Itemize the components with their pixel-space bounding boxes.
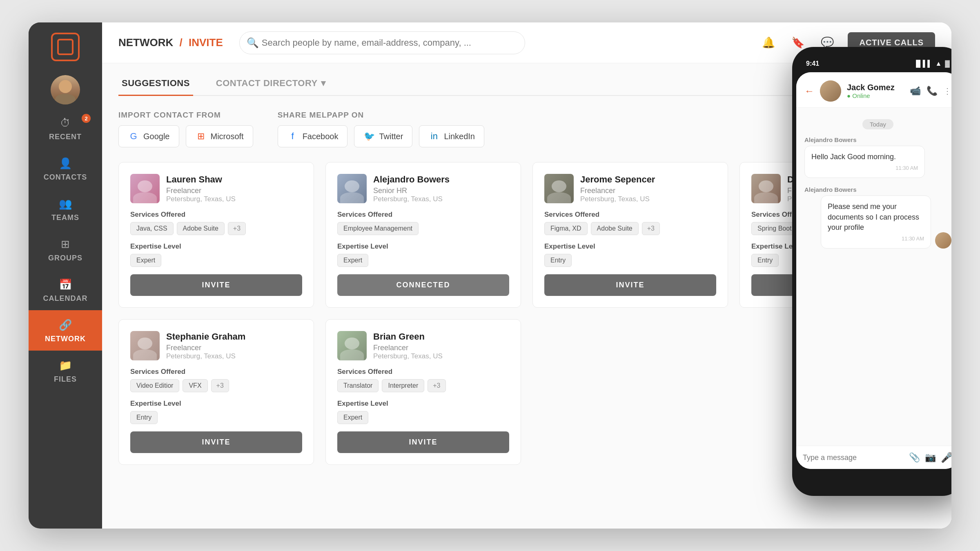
facebook-icon: f xyxy=(287,131,298,142)
avatar-head xyxy=(759,180,773,192)
person-name: Brian Green xyxy=(373,331,509,342)
person-role: Freelancer xyxy=(166,187,302,195)
person-card-lauren-shaw: Lauren Shaw Freelancer Petersburg, Texas… xyxy=(118,162,314,308)
import-google-button[interactable]: G Google xyxy=(118,125,179,147)
phone-overlay: 9:41 ▐▌▌▌ ▲ ▓ ← Jack Gomez ● Online xyxy=(792,47,951,496)
avatar-head xyxy=(138,338,152,349)
tags-row: Translator Interpreter +3 xyxy=(337,379,509,392)
expertise-section: Expertise Level Entry xyxy=(544,242,716,267)
chat-back-button[interactable]: ← xyxy=(804,85,814,97)
invite-button[interactable]: INVITE xyxy=(337,431,509,453)
expertise-level: Entry xyxy=(544,254,572,267)
avatar-body xyxy=(133,349,157,360)
tag: Adobe Suite xyxy=(177,222,225,235)
tag-plus: +3 xyxy=(642,222,660,235)
phone-call-button[interactable]: 📞 xyxy=(927,86,938,96)
person-card-alejandro-bowers: Alejandro Bowers Senior HR Petersburg, T… xyxy=(325,162,521,308)
date-divider: Today xyxy=(804,121,951,128)
avatar-body xyxy=(133,192,157,203)
attachment-icon[interactable]: 📎 xyxy=(909,452,920,463)
avatar-head xyxy=(345,180,359,192)
share-facebook-button[interactable]: f Facebook xyxy=(278,125,348,147)
recent-badge: 2 xyxy=(82,114,91,123)
tags-row: Video Editior VFX +3 xyxy=(130,379,302,392)
logo-icon xyxy=(51,33,80,61)
tag: Figma, XD xyxy=(544,222,588,235)
expertise-label: Expertise Level xyxy=(130,242,302,251)
sidebar-item-label: CONTACTS xyxy=(44,173,87,182)
person-location: Petersburg, Texas, US xyxy=(166,352,302,360)
avatar-body xyxy=(547,192,571,203)
calendar-icon: 📅 xyxy=(58,277,73,292)
sidebar-item-network[interactable]: 🔗 NETWORK xyxy=(29,310,102,351)
connected-button[interactable]: CONNECTED xyxy=(337,274,509,296)
battery-icon: ▓ xyxy=(945,60,950,67)
chat-input-area: 📎 📷 🎤 xyxy=(796,446,951,469)
message-sender-avatar xyxy=(935,232,951,249)
expertise-section: Expertise Level Expert xyxy=(337,242,509,267)
app-container: ⏱ RECENT 2 👤 CONTACTS 👥 TEAMS ⊞ GROUPS 📅… xyxy=(29,22,951,529)
services-section: Services Offered Java, CSS Adobe Suite +… xyxy=(130,211,302,235)
user-avatar-section xyxy=(29,71,102,108)
sidebar-item-label: RECENT xyxy=(49,133,82,141)
expertise-section: Expertise Level Entry xyxy=(130,400,302,424)
person-header: Brian Green Freelancer Petersburg, Texas… xyxy=(337,331,509,360)
invite-button[interactable]: INVITE xyxy=(130,431,302,453)
person-info: Jerome Sepencer Freelancer Petersburg, T… xyxy=(580,174,716,203)
camera-icon[interactable]: 📷 xyxy=(925,452,936,463)
chat-input[interactable] xyxy=(803,453,904,462)
tags-row: Figma, XD Adobe Suite +3 xyxy=(544,222,716,235)
tag: Employee Management xyxy=(337,222,419,235)
avatar xyxy=(51,75,80,104)
invite-button[interactable]: INVITE xyxy=(544,274,716,296)
video-call-button[interactable]: 📹 xyxy=(910,86,921,96)
sidebar-item-groups[interactable]: ⊞ GROUPS xyxy=(29,229,102,270)
person-role: Freelancer xyxy=(580,187,716,195)
services-label: Services Offered xyxy=(337,211,509,219)
services-label: Services Offered xyxy=(130,211,302,219)
services-section: Services Offered Figma, XD Adobe Suite +… xyxy=(544,211,716,235)
search-wrapper: 🔍 xyxy=(239,31,525,54)
sidebar-item-contacts[interactable]: 👤 CONTACTS xyxy=(29,149,102,189)
sidebar-item-recent[interactable]: ⏱ RECENT 2 xyxy=(29,108,102,149)
expertise-section: Expertise Level Expert xyxy=(337,400,509,424)
tag: Spring Boot xyxy=(751,222,798,235)
message-sender: Alejandro Bowers xyxy=(804,136,951,143)
message-group: Alejandro Bowers Please send me your doc… xyxy=(804,186,951,249)
more-options-button[interactable]: ⋮ xyxy=(943,86,951,96)
microphone-icon[interactable]: 🎤 xyxy=(941,452,951,463)
tab-suggestions[interactable]: SUGGESTIONS xyxy=(118,78,193,95)
sidebar-item-calendar[interactable]: 📅 CALENDAR xyxy=(29,270,102,310)
person-location: Petersburg, Texas, US xyxy=(373,352,509,360)
search-input[interactable] xyxy=(239,31,525,54)
tab-contact-directory[interactable]: CONTACT DIRECTORY ▾ xyxy=(213,78,329,95)
avatar-head xyxy=(138,180,152,192)
avatar-image xyxy=(51,75,80,104)
sidebar-item-teams[interactable]: 👥 TEAMS xyxy=(29,189,102,229)
invite-button[interactable]: INVITE xyxy=(130,274,302,296)
signal-icon: ▐▌▌▌ xyxy=(913,60,932,67)
chevron-down-icon: ▾ xyxy=(321,78,326,89)
person-card-jerome-sepencer: Jerome Sepencer Freelancer Petersburg, T… xyxy=(532,162,728,308)
message-time: 11:30 AM xyxy=(811,164,918,172)
contacts-icon: 👤 xyxy=(58,156,73,171)
services-label: Services Offered xyxy=(130,368,302,376)
notification-bell-icon[interactable]: 🔔 xyxy=(760,34,777,52)
avatar xyxy=(130,174,160,203)
tag: VFX xyxy=(183,379,207,392)
person-info: Stephanie Graham Freelancer Petersburg, … xyxy=(166,331,302,360)
share-twitter-button[interactable]: 🐦 Twitter xyxy=(354,125,412,147)
message-sender: Alejandro Bowers xyxy=(804,186,951,193)
sidebar-item-files[interactable]: 📁 FILES xyxy=(29,351,102,391)
person-header: Alejandro Bowers Senior HR Petersburg, T… xyxy=(337,174,509,203)
expertise-level: Expert xyxy=(337,254,368,267)
person-card-stephanie-graham: Stephanie Graham Freelancer Petersburg, … xyxy=(118,319,314,465)
person-header: Lauren Shaw Freelancer Petersburg, Texas… xyxy=(130,174,302,203)
import-microsoft-button[interactable]: ⊞ Microsoft xyxy=(186,125,253,147)
sidebar-item-label: TEAMS xyxy=(51,213,79,222)
chat-messages: Today Alejandro Bowers Hello Jack Good m… xyxy=(796,108,951,446)
person-info: Brian Green Freelancer Petersburg, Texas… xyxy=(373,331,509,360)
expertise-level: Entry xyxy=(130,411,158,424)
avatar-head xyxy=(345,338,359,349)
share-linkedin-button[interactable]: in LinkedIn xyxy=(419,125,484,147)
